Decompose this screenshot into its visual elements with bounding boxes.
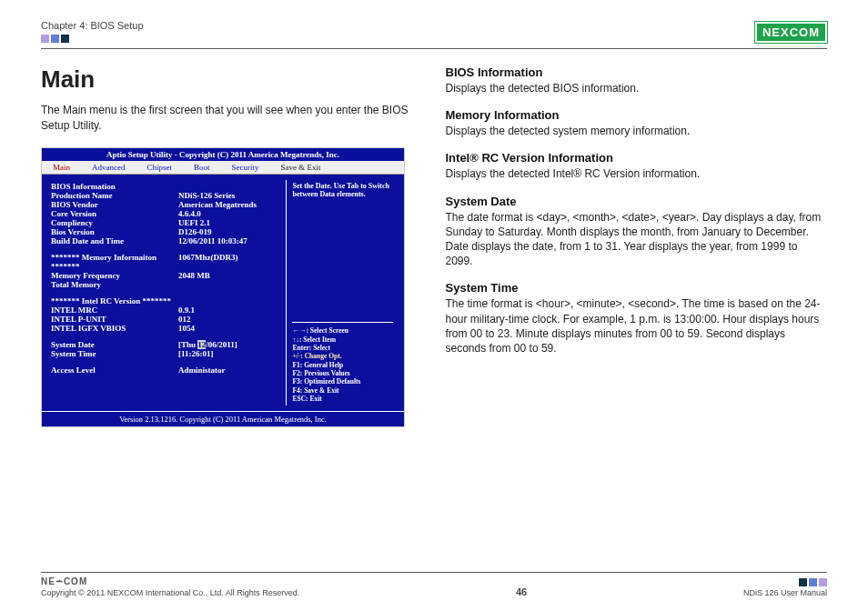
bios-row-production-name: Production NameNDiS-126 Series [51,191,282,200]
doc-heading-bios-info: BIOS Information [446,65,828,79]
bios-row-vbios: INTEL IGFX VBIOS1054 [51,324,282,333]
bios-help-panel: Set the Date. Use Tab to Switch between … [286,180,399,406]
page-header: Chapter 4: BIOS Setup NEXCOM [41,20,827,49]
bios-row-vendor: BIOS VendorAmerican Megatrends [51,200,282,209]
bios-footer-bar: Version 2.13.1216. Copyright (C) 2011 Am… [42,411,404,426]
tab-main[interactable]: Main [42,161,81,174]
bios-row-system-time[interactable]: System Time[11:26:01] [51,349,282,358]
bios-tabs: Main Advanced Chipset Boot Security Save… [42,161,404,175]
bios-row-punit: INTEL P-UNIT012 [51,315,282,324]
doc-para-system-time: The time format is <hour>, <minute>, <se… [446,296,828,356]
decorative-squares [41,35,144,43]
doc-para-intel-rc: Displays the detected Intel® RC Version … [446,166,828,181]
bios-row-build-date: Build Date and Time12/06/2011 10:03:47 [51,236,282,245]
doc-para-system-date: The date format is <day>, <month>, <date… [446,210,828,269]
doc-heading-intel-rc: Intel® RC Version Information [446,151,828,165]
bios-row-core-version: Core Version4.6.4.0 [51,209,282,218]
doc-para-memory-info: Displays the detected system memory info… [446,124,828,138]
footer-logo: NE∸COM [41,576,299,586]
tab-security[interactable]: Security [221,161,270,174]
page-footer: NE∸COM Copyright © 2011 NEXCOM Internati… [41,572,827,597]
page-title: Main [41,65,423,94]
bios-rc-header: ******* Intel RC Version ******* [51,296,282,306]
bios-row-mem-freq: Memory Frequency2048 MB [51,271,282,280]
bios-section-header: BIOS Information [51,182,282,191]
nexcom-logo: NEXCOM [755,22,827,43]
doc-para-bios-info: Displays the detected BIOS information. [446,81,828,95]
bios-row-bios-version: Bios VersionD126-019 [51,227,282,236]
footer-manual-name: NDiS 126 User Manual [743,588,827,597]
page-number: 46 [516,586,527,597]
bios-row-compliency: CompliencyUEFI 2.1 [51,218,282,227]
bios-row-access-level: Access LevelAdministator [51,366,282,375]
bios-row-system-date[interactable]: System Date [Thu 12/06/2011] [51,340,282,349]
tab-boot[interactable]: Boot [183,161,221,174]
footer-copyright: Copyright © 2011 NEXCOM International Co… [41,588,299,597]
bios-main-panel: BIOS Information Production NameNDiS-126… [47,180,286,406]
chapter-reference: Chapter 4: BIOS Setup [41,20,144,31]
bios-mem-header: ******* Memory Informaiton *******1067Mh… [51,253,282,271]
bios-row-mrc: INTEL MRC0.9.1 [51,306,282,315]
doc-heading-system-time: System Time [446,281,828,295]
bios-title-bar: Aptio Setup Utility - Copyright (C) 2011… [42,148,404,161]
bios-screenshot: Aptio Setup Utility - Copyright (C) 2011… [41,147,405,427]
decorative-squares-footer [743,578,827,586]
tab-advanced[interactable]: Advanced [81,161,136,174]
bios-help-text: Set the Date. Use Tab to Switch between … [292,182,393,199]
tab-chipset[interactable]: Chipset [136,161,183,174]
doc-heading-system-date: System Date [446,195,828,208]
bios-key-legend: ←→: Select Screen ↑↓: Select Item Enter:… [292,322,393,403]
page-intro: The Main menu is the first screen that y… [41,103,423,134]
doc-heading-memory-info: Memory Information [446,108,828,122]
bios-row-total-mem: Total Memory [51,280,282,289]
tab-save-exit[interactable]: Save & Exit [270,161,332,174]
